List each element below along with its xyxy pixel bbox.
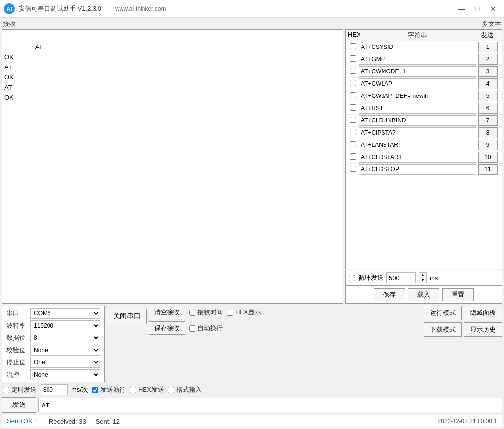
minimize-button[interactable]: — xyxy=(455,3,469,15)
right-btns-row2: 下载模式 显示历史 xyxy=(424,322,502,337)
multi-input-4[interactable] xyxy=(359,78,476,89)
port-select[interactable]: COM6 xyxy=(30,308,100,319)
newline-checkbox[interactable] xyxy=(92,387,98,393)
send-ok-status: Send OK！ xyxy=(7,417,39,426)
hex-send-checkbox[interactable] xyxy=(130,387,136,393)
flow-select[interactable]: None xyxy=(30,369,100,380)
multi-send-6[interactable]: 6 xyxy=(478,103,498,114)
clear-recv-button[interactable]: 清空接收 xyxy=(149,306,185,319)
right-panel: 多文本 HEX 字符串 发送 1 2 xyxy=(345,20,502,304)
bottom-controls: 串口 COM6 波特率 115200 数据位 8 校验位 No xyxy=(2,306,502,382)
multi-row: 4 xyxy=(346,78,502,90)
close-button[interactable]: ✕ xyxy=(486,3,500,15)
hex-show-checkbox[interactable] xyxy=(227,310,233,316)
timer-value-input[interactable] xyxy=(41,384,68,395)
right-btns: 运行模式 隐藏面板 下载模式 显示历史 xyxy=(424,306,502,382)
multi-row: 5 xyxy=(346,90,502,102)
recv-time-checkbox[interactable] xyxy=(189,310,195,316)
multi-input-7[interactable] xyxy=(359,115,476,126)
baud-label: 波特率 xyxy=(6,321,28,330)
right-btns-row1: 运行模式 隐藏面板 xyxy=(424,306,502,320)
format-checkbox[interactable] xyxy=(168,387,174,393)
multi-header: HEX 字符串 发送 xyxy=(346,30,502,41)
show-history-button[interactable]: 显示历史 xyxy=(464,322,502,337)
multi-send-3[interactable]: 3 xyxy=(478,66,498,77)
save-recv-button[interactable]: 保存接收 xyxy=(149,321,185,335)
send-input[interactable] xyxy=(38,398,502,412)
baud-select[interactable]: 115200 xyxy=(30,320,100,331)
app-url: www.ai-thinker.com xyxy=(115,5,166,12)
multi-input-11[interactable] xyxy=(359,164,476,175)
download-mode-button[interactable]: 下载模式 xyxy=(424,322,462,337)
open-serial-button[interactable]: 关闭串口 xyxy=(107,309,147,324)
multi-send-2[interactable]: 2 xyxy=(478,54,498,65)
send-button[interactable]: 发送 xyxy=(2,397,36,413)
data-select[interactable]: 8 xyxy=(30,333,100,343)
multi-check-4[interactable] xyxy=(347,80,359,88)
multi-input-10[interactable] xyxy=(359,152,476,163)
hex-send-label: HEX发送 xyxy=(138,385,164,394)
statusbar: Send OK！ Received: 33 Sent: 12 2022-12-0… xyxy=(2,415,502,427)
multi-check-5[interactable] xyxy=(347,92,359,100)
newline-label: 发送新行 xyxy=(100,385,126,394)
timer-send-checkbox[interactable] xyxy=(3,387,9,393)
recv-time-group: 接收时间 xyxy=(189,308,223,317)
multi-send-10[interactable]: 10 xyxy=(478,152,498,163)
multi-send-8[interactable]: 8 xyxy=(478,127,498,138)
multi-send-7[interactable]: 7 xyxy=(478,115,498,126)
multi-send-1[interactable]: 1 xyxy=(478,42,498,52)
multi-check-3[interactable] xyxy=(347,68,359,75)
app-logo: AI xyxy=(4,3,15,14)
hide-panel-button[interactable]: 隐藏面板 xyxy=(464,306,502,320)
multi-check-8[interactable] xyxy=(347,129,359,137)
stop-row: 停止位 One xyxy=(6,357,100,368)
timer-send-group: 定时发送 xyxy=(3,385,37,394)
send-header: 发送 xyxy=(475,31,500,40)
port-label: 串口 xyxy=(6,309,28,318)
multi-send-9[interactable]: 9 xyxy=(478,140,498,150)
reset-button[interactable]: 重置 xyxy=(442,288,474,301)
left-panel: 接收 ATOKATOKATOK xyxy=(2,20,343,304)
multi-send-11[interactable]: 11 xyxy=(478,164,498,175)
action-row: 保存 载入 重置 xyxy=(345,286,502,304)
multi-check-11[interactable] xyxy=(347,166,359,173)
maximize-button[interactable]: □ xyxy=(471,3,484,15)
loop-spinner: ▲ ▼ xyxy=(419,272,427,283)
multi-row: 1 xyxy=(346,41,502,53)
auto-newline-group: 自动换行 xyxy=(189,324,223,333)
multi-input-9[interactable] xyxy=(359,140,476,150)
loop-checkbox[interactable] xyxy=(349,275,355,281)
multi-input-8[interactable] xyxy=(359,127,476,138)
auto-newline-checkbox[interactable] xyxy=(189,325,195,332)
multi-check-1[interactable] xyxy=(347,43,359,51)
multi-check-7[interactable] xyxy=(347,117,359,124)
multi-input-5[interactable] xyxy=(359,91,476,101)
receive-area[interactable]: ATOKATOKATOK xyxy=(2,29,343,304)
multi-send-5[interactable]: 5 xyxy=(478,91,498,101)
spin-up-button[interactable]: ▲ xyxy=(419,273,426,278)
run-mode-button[interactable]: 运行模式 xyxy=(424,306,462,320)
multi-check-6[interactable] xyxy=(347,104,359,112)
multi-input-2[interactable] xyxy=(359,54,476,65)
stop-select[interactable]: One xyxy=(30,357,100,368)
save-button[interactable]: 保存 xyxy=(374,288,405,301)
serial-panel: 串口 COM6 波特率 115200 数据位 8 校验位 No xyxy=(2,306,105,382)
multi-check-9[interactable] xyxy=(347,141,359,149)
loop-interval-input[interactable] xyxy=(386,272,416,283)
receive-content: ATOKATOKATOK xyxy=(4,43,43,101)
multi-input-1[interactable] xyxy=(359,42,476,52)
stop-label: 停止位 xyxy=(6,358,28,367)
multi-row: 10 xyxy=(346,151,502,164)
spin-down-button[interactable]: ▼ xyxy=(419,278,426,283)
recv-time-label: 接收时间 xyxy=(197,308,223,317)
multi-input-3[interactable] xyxy=(359,66,476,77)
port-row: 串口 COM6 xyxy=(6,308,100,319)
multi-send-4[interactable]: 4 xyxy=(478,78,498,89)
check-select[interactable]: None xyxy=(30,345,100,356)
multi-row: 9 xyxy=(346,139,502,151)
multi-check-10[interactable] xyxy=(347,153,359,161)
multi-input-6[interactable] xyxy=(359,103,476,114)
load-button[interactable]: 载入 xyxy=(408,288,439,301)
multi-check-2[interactable] xyxy=(347,55,359,63)
hex-send-group: HEX发送 xyxy=(130,385,164,394)
